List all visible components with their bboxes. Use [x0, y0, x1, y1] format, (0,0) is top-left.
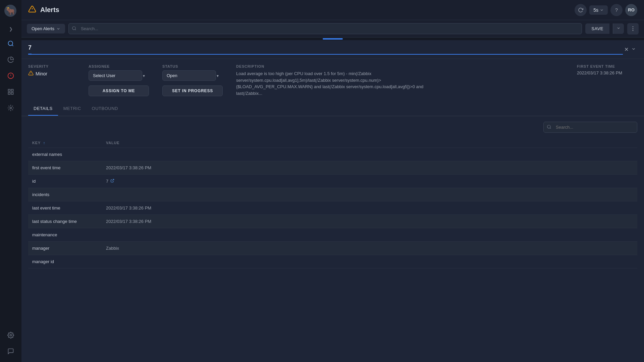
svg-line-21 — [112, 179, 114, 181]
search-container — [68, 23, 582, 34]
logo[interactable]: 🐂 — [4, 4, 18, 18]
avatar[interactable]: RO — [625, 4, 637, 16]
sidebar-item-settings[interactable] — [5, 329, 17, 341]
status-select-wrapper: Open — [162, 70, 223, 81]
details-search-input[interactable] — [543, 122, 637, 133]
alert-id: 7 — [28, 44, 32, 54]
severity-icon — [28, 70, 34, 77]
table-row: last status change time2022/03/17 3:38:2… — [28, 215, 637, 228]
status-label: STATUS — [162, 64, 223, 68]
severity-value: Minor — [36, 71, 47, 76]
svg-line-16 — [75, 29, 76, 30]
description-section: DESCRIPTION Load average is too high (pe… — [236, 64, 564, 97]
svg-line-3 — [12, 45, 13, 46]
svg-point-15 — [72, 26, 75, 29]
key-value-table: KEY ↑ VALUE external namesfirst event ti… — [28, 138, 637, 268]
tab-metric[interactable]: METRIC — [58, 102, 87, 116]
main-content: Alerts 5s ? RO Open Alerts — [21, 0, 644, 362]
alert-close-button[interactable]: ✕ — [623, 45, 630, 54]
table-row: managerZabbix — [28, 242, 637, 255]
more-options-button[interactable]: ⋮ — [627, 23, 639, 35]
assignee-section: ASSIGNEE Select User ASSIGN TO ME — [89, 64, 149, 96]
assignee-label: ASSIGNEE — [89, 64, 149, 68]
svg-text:🐂: 🐂 — [6, 6, 15, 15]
divider-handle[interactable] — [21, 38, 644, 40]
sidebar-item-analytics[interactable] — [5, 54, 17, 66]
details-search-bar — [28, 116, 637, 138]
tabs-bar: DETAILS METRIC OUTBOUND — [21, 102, 644, 116]
sidebar-item-chat[interactable] — [5, 345, 17, 357]
table-row: last event time2022/03/17 3:38:26 PM — [28, 201, 637, 215]
search-icon — [72, 26, 76, 32]
svg-point-11 — [10, 107, 12, 109]
set-in-progress-button[interactable]: SET IN PROGRESS — [162, 85, 223, 96]
tab-details[interactable]: DETAILS — [28, 102, 58, 116]
assignee-select[interactable]: Select User — [89, 70, 142, 81]
severity-section: SEVERITY Minor — [28, 64, 75, 77]
svg-point-2 — [8, 41, 13, 46]
description-text: Load average is too high (per CPU load o… — [236, 70, 437, 97]
svg-point-12 — [10, 335, 12, 336]
first-event-time: 2022/03/17 3:38:26 PM — [577, 70, 637, 75]
sidebar-item-dashboard[interactable] — [5, 86, 17, 98]
timer-button[interactable]: 5s — [589, 5, 608, 15]
page-title: Alerts — [40, 6, 59, 14]
details-search-icon — [547, 124, 551, 130]
details-area: KEY ↑ VALUE external namesfirst event ti… — [21, 116, 644, 362]
alert-panel-header: 7 ✕ — [21, 40, 644, 59]
severity-badge: Minor — [28, 70, 75, 77]
table-row: first event time2022/03/17 3:38:26 PM — [28, 161, 637, 175]
col-key: KEY ↑ — [28, 138, 102, 148]
svg-rect-10 — [11, 93, 13, 95]
search-input[interactable] — [68, 23, 582, 34]
header: Alerts 5s ? RO — [21, 0, 644, 20]
refresh-button[interactable] — [575, 4, 587, 16]
svg-line-20 — [550, 128, 551, 129]
table-row: manager id — [28, 255, 637, 268]
table-row: id7 — [28, 175, 637, 188]
header-actions: 5s ? RO — [575, 4, 637, 16]
save-button[interactable]: SAVE — [585, 23, 609, 34]
svg-rect-8 — [11, 89, 13, 92]
link-icon[interactable] — [110, 179, 114, 184]
severity-label: SEVERITY — [28, 64, 75, 68]
table-row: incidents — [28, 188, 637, 201]
alert-panel: 7 ✕ SEVERITY — [21, 40, 644, 116]
description-label: DESCRIPTION — [236, 64, 564, 68]
alert-metadata: SEVERITY Minor ASSIGNEE Select U — [21, 59, 644, 102]
status-select[interactable]: Open — [162, 70, 216, 81]
help-button[interactable]: ? — [610, 4, 623, 16]
sidebar-item-search[interactable] — [5, 38, 17, 50]
first-event-label: FIRST EVENT TIME — [577, 64, 637, 68]
sidebar-toggle[interactable]: ❯ — [5, 23, 16, 34]
sidebar-item-orbit[interactable] — [5, 102, 17, 114]
svg-rect-9 — [8, 93, 10, 95]
filter-button[interactable]: Open Alerts — [27, 24, 65, 34]
sort-icon[interactable]: ↑ — [43, 141, 45, 145]
sidebar: 🐂 ❯ — [0, 0, 21, 362]
svg-point-19 — [547, 125, 550, 128]
svg-rect-7 — [8, 89, 10, 92]
assignee-select-wrapper: Select User — [89, 70, 149, 81]
details-search-wrapper — [543, 122, 637, 133]
toolbar: Open Alerts SAVE ⋮ — [21, 20, 644, 38]
first-event-section: FIRST EVENT TIME 2022/03/17 3:38:26 PM — [577, 64, 637, 75]
tab-outbound[interactable]: OUTBOUND — [87, 102, 123, 116]
save-dropdown-button[interactable] — [613, 23, 624, 34]
alert-expand-button[interactable] — [630, 45, 637, 54]
table-row: maintenance — [28, 228, 637, 242]
col-value: VALUE — [102, 138, 637, 148]
sidebar-item-alerts[interactable] — [5, 70, 17, 82]
alerts-icon — [28, 5, 36, 15]
assign-to-me-button[interactable]: ASSIGN TO ME — [89, 85, 149, 96]
table-row: external names — [28, 148, 637, 161]
status-section: STATUS Open SET IN PROGRESS — [162, 64, 223, 96]
